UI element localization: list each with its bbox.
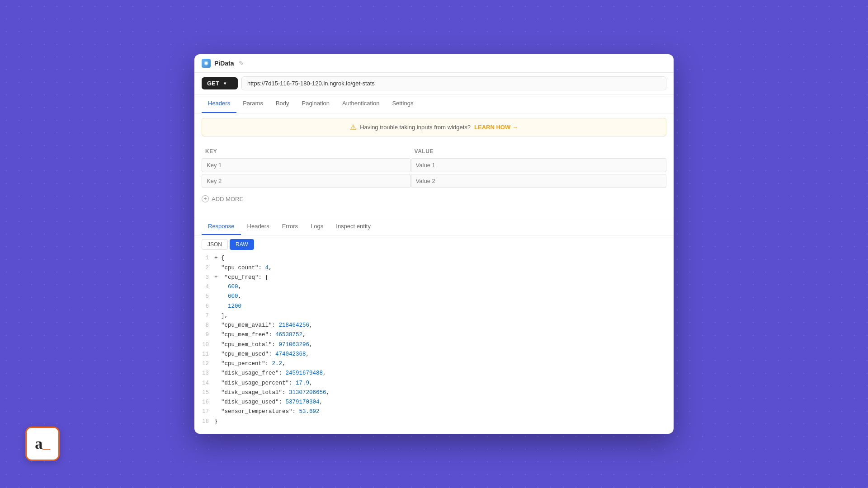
json-line: 18 } [202, 417, 666, 427]
json-line: 11 "cpu_mem_used": 474042368, [202, 350, 666, 359]
tab-pagination[interactable]: Pagination [296, 94, 336, 113]
response-tab-headers[interactable]: Headers [241, 218, 276, 235]
json-line: 16 "disk_usage_used": 5379170304, [202, 398, 666, 407]
add-more-label: ADD MORE [212, 196, 243, 202]
response-tab-errors[interactable]: Errors [276, 218, 304, 235]
json-line: 9 "cpu_mem_free": 46538752, [202, 330, 666, 340]
header-key-2[interactable] [202, 174, 411, 188]
app-icon [202, 59, 211, 68]
main-tabs: Headers Params Body Pagination Authentic… [194, 94, 674, 113]
tab-body[interactable]: Body [269, 94, 296, 113]
warning-icon: ⚠ [350, 123, 356, 131]
format-json-button[interactable]: JSON [202, 239, 228, 250]
watermark-letter: a [35, 435, 42, 452]
edit-icon[interactable]: ✎ [239, 60, 244, 67]
response-section: Response Headers Errors Logs Inspect ent… [194, 218, 674, 434]
tab-settings[interactable]: Settings [386, 94, 420, 113]
format-raw-button[interactable]: RAW [230, 239, 254, 250]
add-more-icon: + [202, 195, 209, 202]
json-line: 10 "cpu_mem_total": 971063296, [202, 340, 666, 350]
response-tab-response[interactable]: Response [202, 218, 241, 235]
url-bar: GET [194, 73, 674, 94]
watermark-app: a_ [25, 427, 60, 461]
json-line: 4 600, [202, 282, 666, 292]
json-line: 1 + { [202, 253, 666, 263]
svg-point-1 [205, 62, 208, 65]
json-line: 17 "sensor_temperatures": 53.692 [202, 407, 666, 417]
method-dropdown[interactable]: GET [202, 77, 238, 89]
response-tab-logs[interactable]: Logs [304, 218, 330, 235]
watermark-cursor: _ [42, 436, 50, 451]
headers-section: Key Value [194, 141, 674, 209]
json-line: 15 "disk_usage_total": 31307206656, [202, 388, 666, 398]
url-input[interactable] [241, 76, 666, 90]
tab-headers[interactable]: Headers [202, 94, 236, 113]
format-buttons: JSON RAW [194, 235, 674, 253]
json-line: 14 "disk_usage_percent": 17.9, [202, 379, 666, 388]
title-bar: PiData ✎ [194, 54, 674, 73]
warning-text: Having trouble taking inputs from widget… [360, 124, 471, 131]
warning-banner: ⚠ Having trouble taking inputs from widg… [202, 118, 666, 136]
header-row [202, 173, 666, 189]
json-line: 12 "cpu_percent": 2.2, [202, 359, 666, 369]
header-value-1[interactable] [411, 158, 666, 172]
json-line: 5 600, [202, 292, 666, 301]
json-line: 6 1200 [202, 302, 666, 311]
app-window: PiData ✎ GET Headers Params Body Paginat… [194, 54, 674, 434]
tab-authentication[interactable]: Authentication [336, 94, 386, 113]
key-column-header: Key [202, 145, 411, 157]
response-tab-inspect[interactable]: Inspect entity [330, 218, 377, 235]
headers-table: Key Value [202, 145, 666, 189]
json-line: 2 "cpu_count": 4, [202, 263, 666, 273]
response-tabs: Response Headers Errors Logs Inspect ent… [194, 218, 674, 235]
value-column-header: Value [411, 145, 666, 157]
json-line: 3 + "cpu_freq": [ [202, 273, 666, 282]
json-line: 13 "disk_usage_free": 24591679488, [202, 369, 666, 378]
tab-params[interactable]: Params [236, 94, 269, 113]
json-viewer: 1 + { 2 "cpu_count": 4, 3 + "cpu_freq": … [194, 253, 674, 434]
header-value-2[interactable] [411, 174, 666, 188]
header-key-1[interactable] [202, 158, 411, 172]
header-row [202, 157, 666, 173]
json-line: 7 ], [202, 311, 666, 321]
learn-how-link[interactable]: LEARN HOW → [474, 124, 518, 131]
json-line: 8 "cpu_mem_avail": 218464256, [202, 321, 666, 330]
app-name: PiData [214, 60, 234, 67]
add-more-button[interactable]: + ADD MORE [202, 193, 666, 204]
